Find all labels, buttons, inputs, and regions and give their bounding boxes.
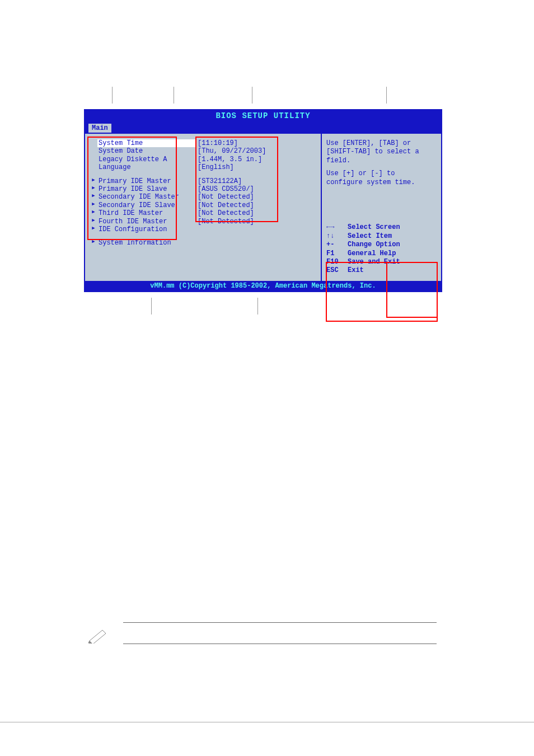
menu-value bbox=[195, 226, 316, 233]
help-text: Use [ENTER], [TAB] or bbox=[326, 139, 437, 147]
help-text: configure system time. bbox=[326, 179, 437, 186]
menu-fourth-ide-master[interactable]: ▶ Fourth IDE Master [Not Detected] bbox=[90, 218, 316, 226]
page-footer-rule bbox=[0, 722, 534, 750]
nav-key: ←→ bbox=[326, 223, 348, 231]
note-rule-bottom bbox=[123, 644, 437, 644]
note-rule-top bbox=[123, 622, 437, 623]
submenu-arrow-icon: ▶ bbox=[90, 185, 97, 193]
bios-title: BIOS SETUP UTILITY bbox=[85, 110, 441, 121]
nav-keys-panel: ←→Select Screen ↑↓Select Item +-Change O… bbox=[326, 223, 437, 275]
menu-primary-ide-master[interactable]: ▶ Primary IDE Master [ST321122A] bbox=[90, 177, 316, 185]
menu-system-information[interactable]: ▶ System Information bbox=[90, 239, 316, 247]
menu-system-time[interactable]: System Time [11:10:19] bbox=[90, 139, 316, 147]
submenu-arrow-icon: ▶ bbox=[90, 201, 97, 209]
menu-label: System Time bbox=[97, 139, 195, 147]
callout-ticks-top bbox=[84, 87, 442, 109]
nav-label: General Help bbox=[348, 250, 396, 257]
nav-key: F1 bbox=[326, 250, 348, 257]
nav-label: Change Option bbox=[348, 241, 400, 248]
callout-ticks-bottom bbox=[84, 292, 442, 314]
help-text: field. bbox=[326, 157, 437, 165]
nav-key: +- bbox=[326, 241, 348, 248]
note-pencil-icon bbox=[87, 627, 109, 644]
bios-utility-window: BIOS SETUP UTILITY Main System Time [11:… bbox=[84, 109, 442, 292]
bios-copyright: vMM.mm (C)Copyright 1985-2002, American … bbox=[85, 281, 441, 291]
nav-label: Exit bbox=[348, 266, 364, 274]
menu-label: Legacy Diskette A bbox=[97, 156, 195, 163]
menu-value: [ST321122A] bbox=[195, 177, 316, 185]
tab-bar: Main bbox=[85, 121, 441, 134]
menu-label: Primary IDE Slave bbox=[97, 185, 195, 193]
menu-secondary-ide-master[interactable]: ▶ Secondary IDE Master [Not Detected] bbox=[90, 193, 316, 201]
menu-language[interactable]: Language [English] bbox=[90, 163, 316, 171]
submenu-arrow-icon: ▶ bbox=[90, 209, 97, 217]
menu-label: System Date bbox=[97, 147, 195, 155]
help-text: Use [+] or [-] to bbox=[326, 170, 437, 177]
menu-value: [Not Detected] bbox=[195, 218, 316, 226]
nav-label: Select Screen bbox=[348, 223, 400, 231]
menu-label: Secondary IDE Master bbox=[97, 193, 195, 201]
nav-key: F10 bbox=[326, 258, 348, 266]
help-pane: Use [ENTER], [TAB] or [SHIFT-TAB] to sel… bbox=[321, 134, 441, 281]
menu-label: Secondary IDE Slave bbox=[97, 201, 195, 209]
menu-label: Fourth IDE Master bbox=[97, 218, 195, 226]
menu-value: [11:10:19] bbox=[195, 139, 316, 147]
menu-value bbox=[195, 239, 316, 247]
menu-value: [1.44M, 3.5 in.] bbox=[195, 156, 316, 163]
menu-value: [ASUS CDS520/] bbox=[195, 185, 316, 193]
tab-main[interactable]: Main bbox=[88, 124, 111, 133]
menu-pane: System Time [11:10:19] System Date [Thu,… bbox=[85, 134, 321, 281]
submenu-arrow-icon: ▶ bbox=[90, 226, 97, 233]
menu-label: IDE Configuration bbox=[97, 226, 195, 233]
menu-label: Primary IDE Master bbox=[97, 177, 195, 185]
menu-label: Third IDE Master bbox=[97, 209, 195, 217]
nav-label: Save and Exit bbox=[348, 258, 400, 266]
menu-ide-configuration[interactable]: ▶ IDE Configuration bbox=[90, 226, 316, 233]
menu-value: [Not Detected] bbox=[195, 201, 316, 209]
submenu-arrow-icon: ▶ bbox=[90, 218, 97, 226]
submenu-arrow-icon: ▶ bbox=[90, 177, 97, 185]
menu-secondary-ide-slave[interactable]: ▶ Secondary IDE Slave [Not Detected] bbox=[90, 201, 316, 209]
nav-key: ESC bbox=[326, 266, 348, 274]
menu-primary-ide-slave[interactable]: ▶ Primary IDE Slave [ASUS CDS520/] bbox=[90, 185, 316, 193]
help-text: [SHIFT-TAB] to select a bbox=[326, 148, 437, 156]
menu-system-date[interactable]: System Date [Thu, 09/27/2003] bbox=[90, 147, 316, 155]
menu-value: [Thu, 09/27/2003] bbox=[195, 147, 316, 155]
menu-value: [English] bbox=[195, 163, 316, 171]
nav-label: Select Item bbox=[348, 232, 392, 240]
menu-label: System Information bbox=[97, 239, 195, 247]
submenu-arrow-icon: ▶ bbox=[90, 239, 97, 247]
nav-key: ↑↓ bbox=[326, 232, 348, 240]
menu-value: [Not Detected] bbox=[195, 193, 316, 201]
menu-third-ide-master[interactable]: ▶ Third IDE Master [Not Detected] bbox=[90, 209, 316, 217]
menu-legacy-diskette[interactable]: Legacy Diskette A [1.44M, 3.5 in.] bbox=[90, 156, 316, 163]
submenu-arrow-icon: ▶ bbox=[90, 193, 97, 201]
menu-value: [Not Detected] bbox=[195, 209, 316, 217]
menu-label: Language bbox=[97, 163, 195, 171]
